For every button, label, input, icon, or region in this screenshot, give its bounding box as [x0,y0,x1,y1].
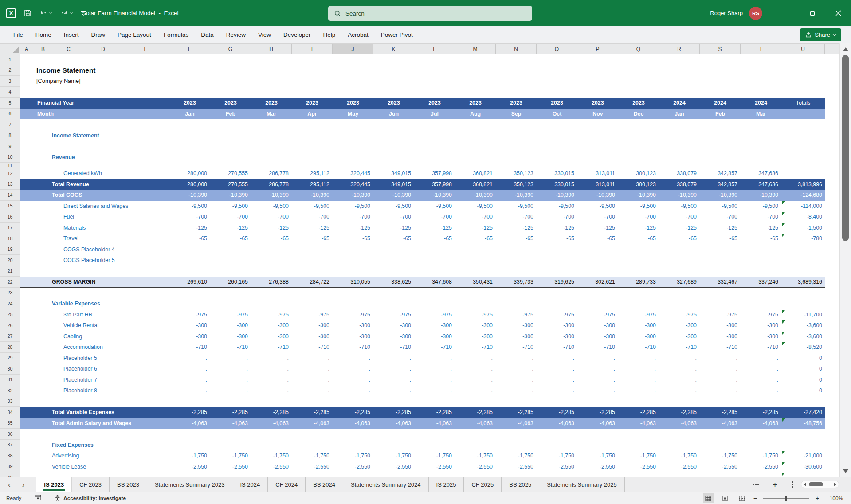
totals-cell[interactable]: 3,689,316 [781,277,825,288]
table-cell[interactable]: 289,733 [618,277,659,288]
table-cell[interactable]: -125 [700,223,741,234]
table-cell[interactable]: -2,285 [700,407,741,418]
table-cell[interactable]: . [169,363,210,375]
line-item-label[interactable]: Placeholder 5 [63,353,97,364]
table-cell[interactable]: -300 [210,331,251,342]
table-cell[interactable]: . [618,375,659,386]
row-header-36[interactable]: 36 [0,429,20,440]
table-cell[interactable]: 276,388 [251,277,292,288]
table-cell[interactable]: -2,550 [618,461,659,473]
column-header-H[interactable]: H [251,44,292,54]
vertical-scrollbar-thumb[interactable] [842,55,849,241]
table-cell[interactable]: 330,015 [537,168,577,179]
row-header-5[interactable]: 5 [0,98,20,109]
table-cell[interactable]: . [496,363,537,375]
row-header-18[interactable]: 18 [0,233,20,244]
row-header-4[interactable]: 4 [0,87,20,98]
table-cell[interactable]: -10,390 [373,190,414,201]
minimize-button[interactable] [774,0,800,26]
table-cell[interactable]: 327,689 [659,277,700,288]
table-cell[interactable]: -10,390 [577,190,618,201]
table-cell[interactable]: -300 [251,331,292,342]
table-cell[interactable]: 349,015 [373,168,414,179]
table-cell[interactable]: . [618,385,659,396]
table-cell[interactable]: 2024 [700,98,741,109]
table-cell[interactable]: 360,821 [455,168,496,179]
table-cell[interactable]: 350,431 [455,277,496,288]
totals-cell[interactable]: -114,000 [781,201,825,212]
table-cell[interactable]: -300 [373,320,414,331]
table-cell[interactable]: -700 [659,211,700,223]
table-cell[interactable]: . [537,363,577,375]
table-cell[interactable]: -700 [414,211,455,223]
table-cell[interactable]: -4,063 [251,418,292,429]
row-header-30[interactable]: 30 [0,363,20,375]
table-cell[interactable]: -10,390 [414,190,455,201]
total-row-label[interactable]: Total Admin Salary and Wages [52,418,131,429]
table-cell[interactable]: . [373,353,414,364]
table-cell[interactable]: . [333,385,373,396]
table-cell[interactable]: 2023 [496,98,537,109]
table-cell[interactable]: -4,063 [169,418,210,429]
table-cell[interactable]: -700 [537,211,577,223]
table-cell[interactable]: -300 [577,320,618,331]
table-cell[interactable]: 337,246 [741,277,781,288]
row-header-40[interactable]: 40 [0,472,20,477]
table-cell[interactable]: -975 [618,309,659,320]
table-cell[interactable]: -9,500 [169,201,210,212]
table-cell[interactable]: -2,550 [537,461,577,473]
table-cell[interactable]: -1,750 [537,450,577,461]
row-header-24[interactable]: 24 [0,298,20,309]
row-header-17[interactable]: 17 [0,223,20,234]
table-cell[interactable]: -2,550 [659,461,700,473]
sheet-tab-statements-summary-2023[interactable]: Statements Summary 2023 [147,477,233,492]
table-cell[interactable]: -710 [373,342,414,353]
table-cell[interactable]: Jul [414,109,455,120]
table-cell[interactable]: -300 [496,320,537,331]
table-cell[interactable]: 320,445 [333,168,373,179]
horizontal-scrollbar[interactable] [801,481,839,488]
table-cell[interactable]: . [292,385,333,396]
formula-warning-icon[interactable] [782,310,785,313]
table-cell[interactable]: -65 [741,233,781,244]
table-cell[interactable]: -4,063 [333,418,373,429]
column-header-N[interactable]: N [496,44,537,54]
table-cell[interactable]: -4,063 [577,418,618,429]
table-cell[interactable]: -125 [373,223,414,234]
table-cell[interactable]: . [169,353,210,364]
table-cell[interactable]: -10,390 [700,190,741,201]
table-cell[interactable]: Nov [577,109,618,120]
table-cell[interactable]: . [455,363,496,375]
table-cell[interactable]: -300 [210,320,251,331]
column-header-G[interactable]: G [210,44,251,54]
column-header-I[interactable]: I [292,44,333,54]
table-cell[interactable]: -975 [414,309,455,320]
column-header-B[interactable]: B [33,44,53,54]
column-header-U[interactable]: U [781,44,825,54]
table-cell[interactable]: 357,998 [414,179,455,190]
totals-cell[interactable]: -1,500 [781,223,825,234]
line-item-label[interactable]: 3rd Part HR [63,309,92,320]
column-header-R[interactable]: R [659,44,700,54]
line-item-label[interactable]: Generated kWh [63,168,102,179]
sheet-tab-statements-summary-2025[interactable]: Statements Summary 2025 [539,477,625,492]
sheet-title[interactable]: Income Statement [36,65,96,76]
table-cell[interactable]: -2,285 [577,407,618,418]
column-header-T[interactable]: T [741,44,781,54]
table-cell[interactable]: -2,550 [251,461,292,473]
table-cell[interactable]: -65 [333,233,373,244]
table-cell[interactable]: -1,750 [333,450,373,461]
table-cell[interactable]: -2,285 [210,407,251,418]
table-cell[interactable]: -700 [496,211,537,223]
table-cell[interactable]: -2,285 [373,407,414,418]
column-header-C[interactable]: C [53,44,84,54]
column-header-P[interactable]: P [577,44,618,54]
ribbon-tab-review[interactable]: Review [220,26,252,43]
ribbon-tab-help[interactable]: Help [317,26,342,43]
column-header-O[interactable]: O [537,44,577,54]
hscroll-left-arrow-icon[interactable] [804,483,806,486]
row-header-20[interactable]: 20 [0,255,20,266]
table-cell[interactable]: -65 [618,233,659,244]
table-cell[interactable]: -65 [700,233,741,244]
table-cell[interactable]: Feb [700,109,741,120]
